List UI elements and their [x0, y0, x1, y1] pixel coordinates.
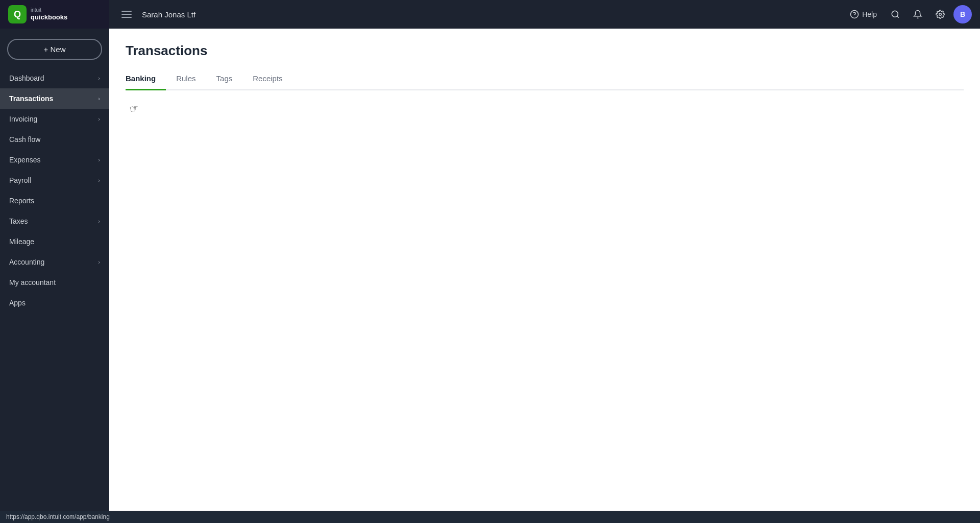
- bell-icon: [913, 10, 922, 19]
- new-button[interactable]: + New: [7, 39, 102, 60]
- logo-area: Q intuit quickbooks: [0, 0, 109, 29]
- content-area: ☞: [126, 90, 964, 523]
- sidebar: + New Dashboard › Transactions › Invoici…: [0, 29, 109, 523]
- header: Q intuit quickbooks Sarah Jonas Ltf Help: [0, 0, 980, 29]
- chevron-right-icon: ›: [98, 116, 100, 122]
- tab-banking[interactable]: Banking: [126, 69, 166, 90]
- header-right: Help B: [837, 0, 980, 29]
- sidebar-item-dashboard[interactable]: Dashboard ›: [0, 68, 109, 88]
- svg-line-3: [897, 16, 898, 17]
- status-url: https://app.qbo.intuit.com/app/banking: [6, 513, 110, 520]
- chevron-right-icon: ›: [98, 96, 100, 102]
- sidebar-item-reports[interactable]: Reports: [0, 191, 109, 211]
- status-bar: https://app.qbo.intuit.com/app/banking: [0, 511, 980, 523]
- search-icon: [891, 10, 900, 19]
- chevron-right-icon: ›: [98, 75, 100, 81]
- chevron-right-icon: ›: [98, 218, 100, 224]
- tabs-nav: Banking Rules Tags Receipts: [126, 69, 964, 90]
- main-content: Transactions Banking Rules Tags Receipts…: [109, 29, 980, 523]
- gear-icon: [936, 10, 945, 19]
- notifications-button[interactable]: [909, 5, 927, 23]
- sidebar-item-transactions[interactable]: Transactions ›: [0, 88, 109, 109]
- sidebar-item-accounting[interactable]: Accounting ›: [0, 252, 109, 272]
- help-button[interactable]: Help: [845, 7, 882, 22]
- sidebar-item-expenses[interactable]: Expenses ›: [0, 150, 109, 170]
- sidebar-item-cashflow[interactable]: Cash flow: [0, 129, 109, 150]
- user-avatar-button[interactable]: B: [953, 5, 972, 23]
- header-middle: Sarah Jonas Ltf: [109, 0, 837, 29]
- sidebar-item-taxes[interactable]: Taxes ›: [0, 211, 109, 231]
- search-button[interactable]: [886, 5, 904, 23]
- sidebar-item-mileage[interactable]: Mileage: [0, 231, 109, 252]
- cursor-indicator: ☞: [129, 102, 140, 116]
- tab-tags[interactable]: Tags: [206, 69, 243, 90]
- svg-point-2: [892, 11, 898, 17]
- sidebar-item-payroll[interactable]: Payroll ›: [0, 170, 109, 191]
- settings-button[interactable]: [931, 5, 949, 23]
- svg-point-4: [939, 13, 942, 16]
- logo-text: intuit quickbooks: [31, 7, 67, 21]
- chevron-right-icon: ›: [98, 259, 100, 265]
- sidebar-item-myaccountant[interactable]: My accountant: [0, 272, 109, 293]
- chevron-right-icon: ›: [98, 157, 100, 163]
- help-icon: [850, 10, 859, 19]
- tab-rules[interactable]: Rules: [166, 69, 206, 90]
- main-inner: Transactions Banking Rules Tags Receipts…: [109, 29, 980, 523]
- page-title: Transactions: [126, 43, 964, 59]
- hamburger-button[interactable]: [119, 9, 134, 20]
- company-name: Sarah Jonas Ltf: [142, 10, 195, 19]
- sidebar-item-invoicing[interactable]: Invoicing ›: [0, 109, 109, 129]
- chevron-right-icon: ›: [98, 177, 100, 183]
- main-layout: + New Dashboard › Transactions › Invoici…: [0, 29, 980, 523]
- sidebar-item-apps[interactable]: Apps: [0, 293, 109, 313]
- quickbooks-logo-icon: Q: [8, 5, 27, 23]
- tab-receipts[interactable]: Receipts: [242, 69, 292, 90]
